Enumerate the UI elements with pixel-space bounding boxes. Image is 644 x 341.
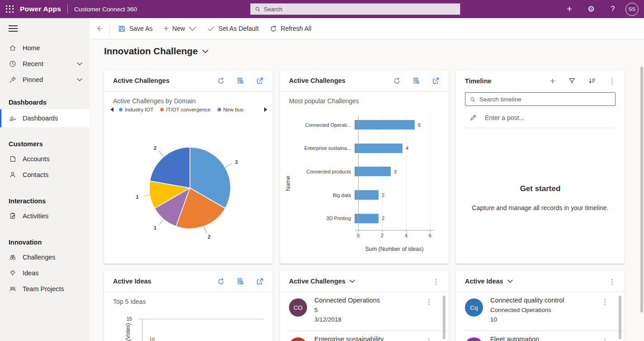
help-icon[interactable]: ?: [602, 0, 624, 18]
sidebar-item-team-projects[interactable]: Team Projects: [0, 281, 90, 297]
row-more-icon[interactable]: ⋮: [601, 298, 608, 305]
more-commands-icon[interactable]: ⋮: [609, 77, 616, 84]
sidebar-item-recent[interactable]: Recent: [0, 56, 90, 72]
row-more-icon[interactable]: ⋮: [601, 337, 608, 341]
legend-next-icon[interactable]: [264, 107, 267, 112]
hamburger-icon[interactable]: [9, 25, 18, 32]
global-search-box[interactable]: [250, 3, 460, 15]
save-icon: [118, 25, 126, 33]
row-more-icon[interactable]: ⋮: [426, 298, 432, 305]
add-timeline-record-icon[interactable]: +: [550, 76, 555, 86]
record-title[interactable]: Fleet automation: [490, 335, 551, 341]
pie-slice[interactable]: [150, 147, 190, 188]
refresh-all-button[interactable]: Refresh All: [264, 21, 317, 36]
page-title: Innovation Challenge: [104, 46, 198, 57]
environment-name[interactable]: Customer Connect 360: [74, 6, 137, 13]
refresh-icon[interactable]: [217, 278, 225, 285]
view-records-icon[interactable]: [412, 77, 420, 85]
timeline-empty-state: Get started Capture and manage all recor…: [456, 184, 625, 211]
chart-title: Top 5 Ideas: [113, 298, 264, 305]
legend-prev-icon[interactable]: [110, 107, 114, 112]
bar[interactable]: [355, 167, 391, 176]
sidebar-group-dashboards: Dashboards: [0, 96, 90, 109]
record-field: 5: [314, 305, 380, 315]
legend-item: Industry IOT: [119, 107, 153, 112]
list-item[interactable]: E Enterprise sustainability 4 ⋮: [280, 331, 449, 341]
gear-icon[interactable]: ⚙: [580, 0, 602, 18]
legend-dot: [119, 108, 123, 111]
sidebar-item-pinned[interactable]: Pinned: [0, 72, 90, 87]
sidebar-group-interactions: Interactions: [0, 194, 90, 208]
page-scrollbar[interactable]: [640, 67, 643, 312]
timeline-search-input[interactable]: [479, 96, 611, 103]
back-button[interactable]: [90, 24, 109, 33]
dashboard-icon: [9, 114, 17, 122]
sort-icon[interactable]: [588, 77, 596, 85]
sidebar-item-dashboards[interactable]: Dashboards: [0, 109, 90, 127]
record-field: 10: [490, 315, 564, 324]
record-title[interactable]: Connected Operations: [314, 296, 380, 305]
expand-icon[interactable]: [432, 77, 440, 85]
card-scrollbar[interactable]: [443, 296, 445, 339]
expand-icon[interactable]: [256, 278, 264, 285]
app-name[interactable]: Power Apps: [20, 5, 61, 13]
chart-title: Active Challenges by Domain: [113, 97, 264, 105]
new-button[interactable]: + New: [158, 21, 202, 36]
bar-value-label: 10: [149, 337, 155, 341]
chevron-down-icon[interactable]: [77, 62, 82, 66]
refresh-icon[interactable]: [217, 77, 225, 85]
card-active-challenges-pie: Active Challenges Active Challenges by D…: [104, 70, 273, 264]
avatar[interactable]: SS: [625, 3, 639, 16]
card-active-ideas-list: Active Ideas ⋮ Cq Connected quality cont…: [456, 271, 625, 341]
global-search-input[interactable]: [264, 6, 456, 13]
x-axis-label: Sum (Number of ideas): [333, 246, 449, 252]
bar[interactable]: [355, 120, 415, 130]
dashboard-selector[interactable]: Innovation Challenge: [104, 46, 208, 57]
refresh-icon[interactable]: [393, 77, 401, 85]
save-as-button[interactable]: Save As: [113, 21, 158, 36]
sidebar-item-home[interactable]: Home: [0, 40, 90, 56]
home-icon: [9, 44, 17, 52]
top-app-bar: Power Apps Customer Connect 360 + ⚙ ? SS: [0, 0, 644, 18]
list-item[interactable]: CO Connected Operations 5 3/12/2018 ⋮: [280, 292, 449, 331]
sidebar-item-challenges[interactable]: Challenges: [0, 249, 90, 265]
bar-row: 3D Printing 2: [280, 207, 449, 230]
sidebar-item-ideas[interactable]: Ideas: [0, 265, 90, 281]
card-title[interactable]: Active Challenges: [289, 278, 433, 285]
chevron-down-icon: [350, 279, 355, 283]
card-title[interactable]: Active Ideas: [465, 278, 609, 285]
set-as-default-button[interactable]: Set As Default: [202, 21, 264, 36]
more-commands-icon[interactable]: ⋮: [609, 278, 616, 285]
add-icon[interactable]: +: [559, 0, 580, 18]
record-title[interactable]: Enterprise sustainability: [314, 335, 384, 341]
card-scrollbar[interactable]: [619, 296, 621, 339]
sidebar-item-activities[interactable]: Activities: [0, 208, 90, 224]
y-axis-line: [358, 115, 359, 230]
filter-icon[interactable]: [568, 77, 576, 85]
x-tick: 4: [401, 233, 412, 238]
more-commands-icon[interactable]: ⋮: [433, 278, 440, 285]
chevron-down-icon[interactable]: [77, 78, 82, 82]
sidebar-item-contacts[interactable]: Contacts: [0, 167, 90, 183]
timeline-search-box[interactable]: [465, 92, 616, 106]
waffle-icon[interactable]: [6, 5, 14, 13]
view-records-icon[interactable]: [237, 77, 244, 85]
record-avatar: Cq: [465, 298, 483, 317]
y-axis-label: (Votes): [125, 312, 131, 341]
chevron-down-icon: [202, 49, 208, 53]
x-axis-line: [355, 230, 434, 231]
command-bar-divider: [109, 23, 110, 34]
y-axis-label: Name: [285, 147, 291, 220]
list-item[interactable]: Cq Connected quality control Connected O…: [456, 292, 625, 331]
expand-icon[interactable]: [256, 77, 264, 85]
list-item[interactable]: F Fleet automation Connected Operations …: [456, 331, 625, 341]
sidebar-item-accounts[interactable]: Accounts: [0, 151, 90, 167]
search-icon: [469, 96, 476, 103]
view-records-icon[interactable]: [237, 278, 244, 285]
bar-row: Connected products 3: [280, 160, 449, 183]
enter-post-field[interactable]: Enter a post...: [469, 114, 616, 121]
bar[interactable]: [355, 144, 402, 153]
legend-item: IT/OT convergence: [160, 107, 210, 112]
record-title[interactable]: Connected quality control: [490, 296, 564, 305]
row-more-icon[interactable]: ⋮: [426, 337, 432, 341]
